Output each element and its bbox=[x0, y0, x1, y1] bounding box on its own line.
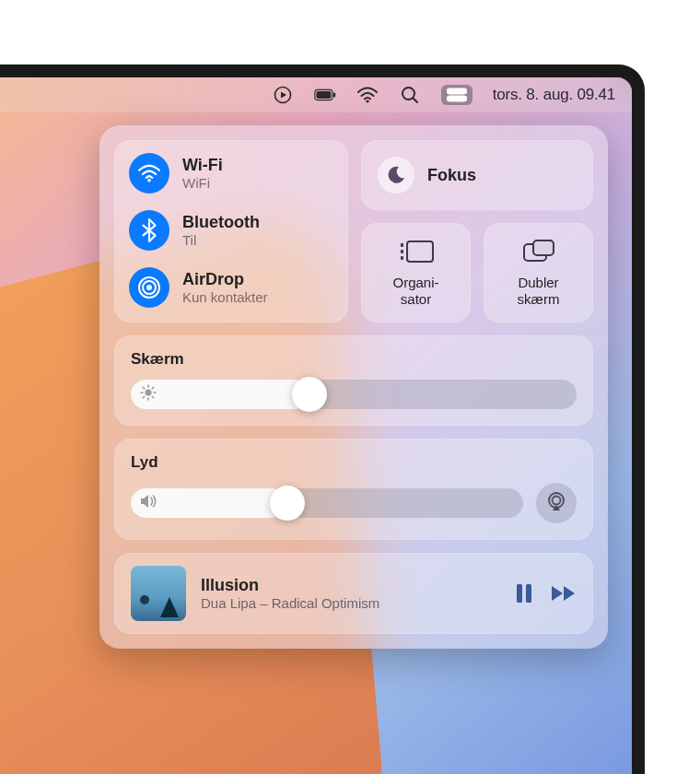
bluetooth-label: Bluetooth bbox=[182, 213, 260, 232]
svg-rect-24 bbox=[526, 584, 531, 603]
sun-icon bbox=[140, 384, 157, 405]
svg-rect-17 bbox=[407, 241, 433, 262]
svg-point-4 bbox=[366, 100, 368, 102]
album-art bbox=[131, 566, 186, 621]
pause-button[interactable] bbox=[516, 583, 532, 604]
svg-point-10 bbox=[147, 179, 150, 182]
focus-label: Fokus bbox=[427, 166, 476, 185]
svg-rect-14 bbox=[401, 243, 403, 247]
sound-slider[interactable] bbox=[131, 488, 523, 518]
now-playing-menubar-icon[interactable] bbox=[272, 84, 294, 106]
svg-point-22 bbox=[553, 497, 561, 505]
svg-rect-15 bbox=[401, 250, 403, 253]
next-track-button[interactable] bbox=[551, 585, 577, 602]
menubar-datetime[interactable]: tors. 8. aug. 09.41 bbox=[493, 86, 615, 104]
control-center-panel: Wi-Fi WiFi Bluetooth Til bbox=[99, 125, 608, 649]
wifi-label: Wi-Fi bbox=[182, 156, 223, 175]
wifi-menubar-icon[interactable] bbox=[356, 84, 379, 106]
track-title: Illusion bbox=[201, 576, 501, 595]
stage-manager-toggle[interactable]: Organi- sator bbox=[361, 223, 471, 322]
wifi-toggle[interactable]: Wi-Fi WiFi bbox=[129, 153, 333, 194]
spotlight-search-icon[interactable] bbox=[399, 84, 421, 106]
airdrop-label: AirDrop bbox=[182, 270, 268, 289]
svg-point-20 bbox=[146, 390, 152, 396]
sound-label: Lyd bbox=[131, 453, 577, 472]
focus-toggle[interactable]: Fokus bbox=[361, 140, 593, 210]
svg-point-13 bbox=[146, 285, 152, 290]
stage-manager-icon bbox=[397, 238, 436, 265]
brightness-card: Skærm bbox=[114, 335, 593, 426]
menubar: tors. 8. aug. 09.41 bbox=[0, 77, 632, 112]
wifi-status: WiFi bbox=[182, 175, 223, 191]
screen-mirror-icon bbox=[519, 238, 558, 265]
moon-icon bbox=[378, 157, 414, 194]
now-playing-card[interactable]: Illusion Dua Lipa – Radical Optimism bbox=[114, 553, 593, 634]
bluetooth-icon bbox=[129, 210, 169, 251]
bluetooth-toggle[interactable]: Bluetooth Til bbox=[129, 210, 333, 251]
screen-mirror-label: Dubler skærm bbox=[518, 275, 560, 308]
svg-rect-3 bbox=[333, 93, 335, 98]
svg-rect-2 bbox=[316, 91, 331, 99]
svg-rect-16 bbox=[401, 256, 403, 260]
screen-mirror-button[interactable]: Dubler skærm bbox=[484, 223, 593, 322]
airdrop-status: Kun kontakter bbox=[182, 289, 268, 305]
svg-rect-23 bbox=[517, 584, 522, 603]
sound-card: Lyd bbox=[114, 439, 593, 540]
wifi-icon bbox=[129, 153, 169, 194]
bluetooth-status: Til bbox=[182, 232, 260, 248]
brightness-label: Skærm bbox=[131, 350, 577, 369]
airdrop-icon bbox=[129, 267, 169, 308]
airplay-audio-button[interactable] bbox=[536, 483, 577, 523]
speaker-icon bbox=[140, 494, 158, 512]
stage-manager-label: Organi- sator bbox=[392, 275, 438, 308]
airplay-icon bbox=[545, 491, 567, 515]
svg-point-7 bbox=[461, 89, 464, 93]
track-artist: Dua Lipa – Radical Optimism bbox=[201, 595, 501, 611]
svg-rect-19 bbox=[533, 240, 554, 255]
svg-point-9 bbox=[449, 97, 453, 100]
connectivity-card: Wi-Fi WiFi Bluetooth Til bbox=[114, 140, 348, 322]
battery-icon[interactable] bbox=[314, 84, 336, 106]
control-center-menubar-icon[interactable] bbox=[441, 85, 472, 105]
airdrop-toggle[interactable]: AirDrop Kun kontakter bbox=[129, 267, 333, 308]
brightness-slider[interactable] bbox=[131, 380, 577, 409]
